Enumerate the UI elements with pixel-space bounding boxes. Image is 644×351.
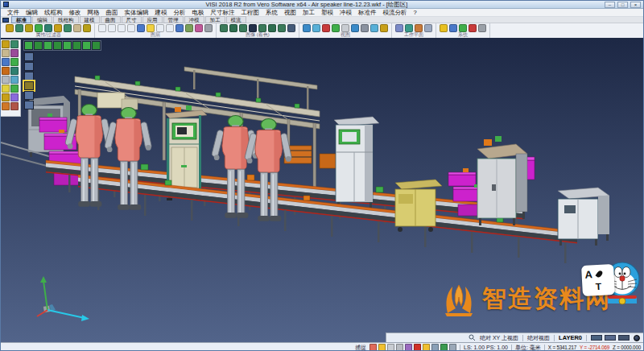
toolbar-icon[interactable] (424, 24, 432, 32)
layer-tool-icon[interactable] (24, 72, 34, 81)
toolbar-tab[interactable]: 加工 (205, 16, 225, 23)
toolbar-icon[interactable] (239, 24, 247, 32)
toolbar-icon[interactable] (137, 24, 145, 32)
left-tool-icon[interactable] (2, 49, 10, 57)
menu-item[interactable]: 尺寸标注 (208, 9, 238, 17)
menu-item[interactable]: 工程图 (238, 9, 263, 17)
close-button[interactable]: × (630, 2, 641, 8)
menu-item[interactable]: 建模 (152, 9, 171, 17)
toolbar-icon[interactable] (361, 24, 369, 32)
toolbar-icon[interactable] (25, 24, 33, 32)
menu-item[interactable]: 文件 (4, 9, 23, 17)
menu-item[interactable]: 实体编辑 (122, 9, 152, 17)
menu-item[interactable]: 修改 (66, 9, 85, 17)
layer-tool-icon[interactable] (24, 62, 34, 71)
menu-item[interactable]: 曲面 (103, 9, 122, 17)
snap-toggle-icon[interactable] (423, 344, 430, 351)
toolbar-icon[interactable] (54, 24, 62, 32)
assembly-tool-icon[interactable] (82, 41, 91, 50)
toolbar-icon[interactable] (118, 24, 126, 32)
menu-item[interactable]: 标准件 (355, 9, 380, 17)
snap-toggle-icon[interactable] (369, 344, 377, 351)
left-tool-icon[interactable] (2, 76, 10, 84)
assembly-tool-icon[interactable] (92, 41, 101, 50)
toolbar-icon[interactable] (440, 24, 448, 32)
assembly-tool-icon[interactable] (63, 41, 72, 50)
left-tool-icon[interactable] (10, 76, 19, 84)
toolbar-icon[interactable] (6, 24, 14, 32)
toolbar-icon[interactable] (127, 24, 135, 32)
toolbar-tab[interactable]: 编辑 (32, 16, 52, 23)
active-layer-indicator[interactable]: LAYER0 (559, 334, 582, 341)
assembly-tool-icon[interactable] (34, 41, 43, 50)
toolbar-icon[interactable] (156, 24, 164, 32)
left-tool-icon[interactable] (10, 49, 19, 57)
menu-item[interactable]: 分析 (171, 9, 189, 17)
left-tool-icon[interactable] (2, 40, 10, 48)
menu-item[interactable]: 编辑 (23, 9, 41, 17)
menu-item[interactable]: 加工 (299, 9, 318, 17)
view-mode-indicator[interactable]: 绝对 XY 上视图 (480, 334, 518, 342)
snap-toggle-icon[interactable] (431, 344, 439, 351)
toolbar-icon[interactable] (35, 24, 43, 32)
toolbar-icon[interactable] (405, 24, 413, 32)
menu-item[interactable]: 系统 (262, 9, 281, 17)
left-tool-icon[interactable] (10, 40, 19, 48)
snap-toggle-icon[interactable] (449, 344, 456, 351)
menu-item[interactable]: 视图 (281, 9, 299, 17)
menu-item[interactable]: 模流分析 (380, 9, 411, 17)
layer-tool-icon[interactable] (24, 101, 34, 109)
layer-tool-icon[interactable] (24, 81, 34, 90)
snap-toggle-icon[interactable] (378, 344, 386, 351)
assembly-tool-icon[interactable] (43, 41, 52, 50)
toolbar-icon[interactable] (459, 24, 467, 32)
toolbar-icon[interactable] (147, 24, 155, 32)
toolbar-tab[interactable]: 应用 (142, 16, 163, 23)
toolbar-icon[interactable] (64, 24, 72, 32)
maximize-button[interactable]: □ (617, 2, 628, 8)
toolbar-icon[interactable] (332, 24, 340, 32)
left-tool-icon[interactable] (10, 102, 19, 110)
units-indicator[interactable]: 单位: 毫米 (515, 344, 541, 351)
left-tool-icon[interactable] (2, 93, 10, 101)
left-tool-icon[interactable] (2, 85, 10, 93)
toolbar-icon[interactable] (83, 24, 91, 32)
left-tool-icon[interactable] (2, 102, 10, 110)
menu-item[interactable]: 冲模 (336, 9, 355, 17)
toolbar-icon[interactable] (185, 24, 193, 32)
layer-color-swatch[interactable] (605, 335, 616, 341)
toolbar-tab[interactable]: 管理 (163, 16, 184, 23)
snap-toggle-icon[interactable] (396, 344, 403, 351)
toolbar-icon[interactable] (44, 24, 52, 32)
left-tool-icon[interactable] (2, 58, 10, 66)
layer-tool-icon[interactable] (24, 52, 34, 61)
toolbar-icon[interactable] (370, 24, 378, 32)
left-tool-icon[interactable] (10, 58, 19, 66)
toolbar-icon[interactable] (478, 24, 486, 32)
menu-item[interactable]: 线框构 (41, 9, 66, 17)
coord-mode-indicator[interactable]: 绝对视图 (527, 334, 550, 342)
layer-tool-icon[interactable] (24, 91, 34, 100)
minimize-button[interactable]: – (605, 2, 615, 8)
menu-item[interactable]: 网格 (85, 9, 103, 17)
toolbar-tab[interactable]: 标准 (11, 16, 31, 23)
toolbar-icon[interactable] (220, 24, 228, 32)
toolbar-icon[interactable] (108, 24, 116, 32)
toolbar-tab[interactable]: 冲模 (184, 16, 204, 23)
toolbar-anchor-icon[interactable] (2, 18, 9, 23)
toolbar-icon[interactable] (249, 24, 257, 32)
toolbar-icon[interactable] (415, 24, 423, 32)
toolbar-icon[interactable] (322, 24, 330, 32)
left-tool-icon[interactable] (10, 85, 19, 93)
toolbar-tab[interactable]: 曲面 (101, 16, 121, 23)
assembly-tool-icon[interactable] (72, 41, 81, 50)
toolbar-icon[interactable] (229, 24, 237, 32)
toolbar-icon[interactable] (341, 24, 349, 32)
snap-toggle-icon[interactable] (387, 344, 394, 351)
toolbar-icon[interactable] (303, 24, 311, 32)
menu-item[interactable]: 塑模 (318, 9, 336, 17)
toolbar-icon[interactable] (380, 24, 388, 32)
snap-toggle-icon[interactable] (414, 344, 421, 351)
toolbar-icon[interactable] (278, 24, 286, 32)
toolbar-icon[interactable] (166, 24, 174, 32)
